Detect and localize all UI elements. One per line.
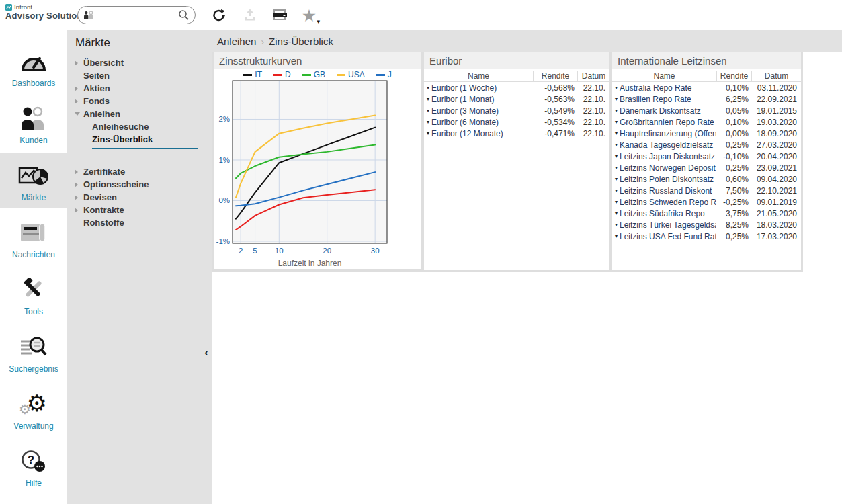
sidebar-item-nachrichten[interactable]: Nachrichten <box>0 210 67 265</box>
row-expander-icon[interactable]: ▾ <box>615 187 618 194</box>
sidebar-item-verwaltung[interactable]: ⚙⚙ Verwaltung <box>0 381 67 436</box>
tree-item-optionsscheine[interactable]: Optionsscheine <box>67 178 212 191</box>
instrument-name[interactable]: Euribor (6 Monate) <box>431 118 499 127</box>
legend-item[interactable]: D <box>273 70 291 79</box>
chevron-right-icon[interactable] <box>75 169 78 175</box>
table-row[interactable]: ▾ Leitzins Russland Diskont 7,50% 22.10.… <box>612 185 801 196</box>
row-expander-icon[interactable]: ▾ <box>615 153 618 159</box>
legend-item[interactable]: GB <box>302 70 325 79</box>
column-header-name[interactable]: Name <box>612 71 716 81</box>
chevron-right-icon[interactable] <box>75 195 78 200</box>
instrument-name[interactable]: Brasilien Repo Rate <box>620 95 691 104</box>
column-header-rendite[interactable]: Rendite <box>716 71 751 81</box>
instrument-name[interactable]: Leitzins Japan Diskontsatz <box>620 152 715 161</box>
tree-item-devisen[interactable]: Devisen <box>67 191 212 204</box>
refresh-button[interactable] <box>210 6 228 25</box>
tree-item-anleihen[interactable]: Anleihen <box>67 108 212 120</box>
search-input[interactable] <box>94 11 178 20</box>
legend-item[interactable]: J <box>376 70 392 79</box>
tree-item-rohstoffe[interactable]: Rohstoffe <box>67 216 212 229</box>
print-button[interactable] <box>271 6 290 25</box>
row-expander-icon[interactable]: ▾ <box>615 165 618 171</box>
table-row[interactable]: ▾ Leitzins Norwegen Deposit 0,25% 23.09.… <box>612 162 801 173</box>
chevron-right-icon[interactable] <box>75 99 78 104</box>
column-header-datum[interactable]: Datum <box>751 71 801 81</box>
row-expander-icon[interactable]: ▾ <box>427 108 429 114</box>
table-row[interactable]: ▾ Dänemark Diskontsatz 0,05% 19.01.2015 <box>612 105 801 116</box>
row-expander-icon[interactable]: ▾ <box>615 130 618 136</box>
column-header-name[interactable]: Name <box>424 71 533 81</box>
row-expander-icon[interactable]: ▾ <box>615 210 618 216</box>
chevron-right-icon[interactable] <box>75 60 78 66</box>
instrument-name[interactable]: Großbritannien Repo Rate <box>620 118 714 127</box>
instrument-name[interactable]: Leitzins Polen Diskontsatz <box>620 175 714 184</box>
instrument-name[interactable]: Leitzins USA Fed Fund Rate <box>620 232 716 241</box>
upload-button[interactable] <box>241 6 259 25</box>
chevron-right-icon[interactable] <box>75 86 78 91</box>
row-expander-icon[interactable]: ▾ <box>427 85 429 91</box>
sidebar-item-kunden[interactable]: Kunden <box>0 95 67 151</box>
tree-item-aktien[interactable]: Aktien <box>67 82 212 95</box>
tree-item-zins-ueberblick[interactable]: Zins-Überblick <box>67 133 212 146</box>
breadcrumb-parent[interactable]: Anleihen <box>217 36 256 47</box>
table-row[interactable]: ▾ Leitzins Polen Diskontsatz 0,60% 09.04… <box>612 173 801 185</box>
legend-item[interactable]: IT <box>243 70 262 79</box>
table-row[interactable]: ▾ Leitzins Schweden Repo Rate -0,25% 09.… <box>612 196 801 208</box>
tree-item-uebersicht[interactable]: Übersicht <box>67 56 212 69</box>
collapse-panel-icon[interactable]: ‹ <box>202 345 211 361</box>
row-expander-icon[interactable]: ▾ <box>615 96 618 102</box>
chevron-down-icon[interactable] <box>75 112 80 116</box>
favorite-button[interactable]: ★ ▾ <box>300 6 319 25</box>
table-row[interactable]: ▾ Leitzins Japan Diskontsatz -0,10% 20.0… <box>612 151 801 162</box>
row-expander-icon[interactable]: ▾ <box>615 199 618 205</box>
instrument-name[interactable]: Leitzins Südafrika Repo <box>620 209 705 218</box>
tree-item-seiten[interactable]: Seiten <box>67 69 212 82</box>
table-row[interactable]: ▾ Leitzins Südafrika Repo 3,75% 21.05.20… <box>612 208 801 219</box>
sidebar-item-maerkte[interactable]: Märkte <box>0 153 67 208</box>
instrument-name[interactable]: Euribor (1 Monat) <box>431 95 494 104</box>
table-row[interactable]: ▾ Euribor (1 Monat) -0,563% 22.10. <box>424 93 609 105</box>
instrument-name[interactable]: Leitzins Norwegen Deposit <box>620 163 716 173</box>
table-row[interactable]: ▾ Hauptrefinanzierung (Offenm.) 0,00% 18… <box>612 128 801 139</box>
tree-item-kontrakte[interactable]: Kontrakte <box>67 204 212 216</box>
row-expander-icon[interactable]: ▾ <box>615 233 618 239</box>
table-row[interactable]: ▾ Großbritannien Repo Rate 0,10% 19.03.2… <box>612 116 801 128</box>
instrument-name[interactable]: Australia Repo Rate <box>620 83 691 93</box>
row-expander-icon[interactable]: ▾ <box>615 222 618 228</box>
row-expander-icon[interactable]: ▾ <box>615 119 618 125</box>
tree-item-anleihesuche[interactable]: Anleihesuche <box>67 120 212 133</box>
table-row[interactable]: ▾ Euribor (3 Monate) -0,549% 22.10. <box>424 105 609 116</box>
instrument-name[interactable]: Leitzins Russland Diskont <box>620 186 712 196</box>
instrument-name[interactable]: Hauptrefinanzierung (Offenm.) <box>620 129 716 138</box>
sidebar-item-hilfe[interactable]: ? Hilfe <box>0 438 67 493</box>
instrument-name[interactable]: Leitzins Türkei Tagesgeldsatz <box>620 220 716 230</box>
row-expander-icon[interactable]: ▾ <box>427 130 429 136</box>
table-row[interactable]: ▾ Brasilien Repo Rate 6,25% 22.09.2021 <box>612 93 801 105</box>
tree-item-zertifikate[interactable]: Zertifikate <box>67 165 212 178</box>
table-row[interactable]: ▾ Australia Repo Rate 0,10% 03.11.2020 <box>612 82 801 93</box>
instrument-search-box[interactable] <box>77 6 196 24</box>
sidebar-item-tools[interactable]: Tools <box>0 267 67 322</box>
sidebar-item-dashboards[interactable]: Dashboards <box>0 38 67 93</box>
row-expander-icon[interactable]: ▾ <box>427 96 429 102</box>
instrument-name[interactable]: Euribor (12 Monate) <box>431 129 503 138</box>
chevron-right-icon[interactable] <box>75 208 78 213</box>
instrument-name[interactable]: Kanada Tagesgeldzielsatz <box>620 140 713 150</box>
legend-item[interactable]: USA <box>337 70 365 79</box>
instrument-name[interactable]: Dänemark Diskontsatz <box>620 106 701 116</box>
table-row[interactable]: ▾ Euribor (1 Woche) -0,568% 22.10. <box>424 82 609 93</box>
column-header-rendite[interactable]: Rendite <box>533 71 577 81</box>
row-expander-icon[interactable]: ▾ <box>615 176 618 182</box>
sidebar-item-suchergebnis[interactable]: Suchergebnis <box>0 324 67 379</box>
chevron-right-icon[interactable] <box>75 182 78 187</box>
column-header-datum[interactable]: Datum <box>577 71 609 81</box>
instrument-name[interactable]: Leitzins Schweden Repo Rate <box>620 198 716 207</box>
table-row[interactable]: ▾ Kanada Tagesgeldzielsatz 0,25% 27.03.2… <box>612 139 801 151</box>
magnifier-icon[interactable] <box>178 9 190 21</box>
instrument-name[interactable]: Euribor (1 Woche) <box>431 83 497 93</box>
table-row[interactable]: ▾ Leitzins USA Fed Fund Rate 0,25% 17.03… <box>612 230 801 242</box>
instrument-name[interactable]: Euribor (3 Monate) <box>431 106 499 116</box>
row-expander-icon[interactable]: ▾ <box>427 119 429 125</box>
table-row[interactable]: ▾ Leitzins Türkei Tagesgeldsatz 8,25% 18… <box>612 219 801 230</box>
table-row[interactable]: ▾ Euribor (12 Monate) -0,471% 22.10. <box>424 128 609 139</box>
